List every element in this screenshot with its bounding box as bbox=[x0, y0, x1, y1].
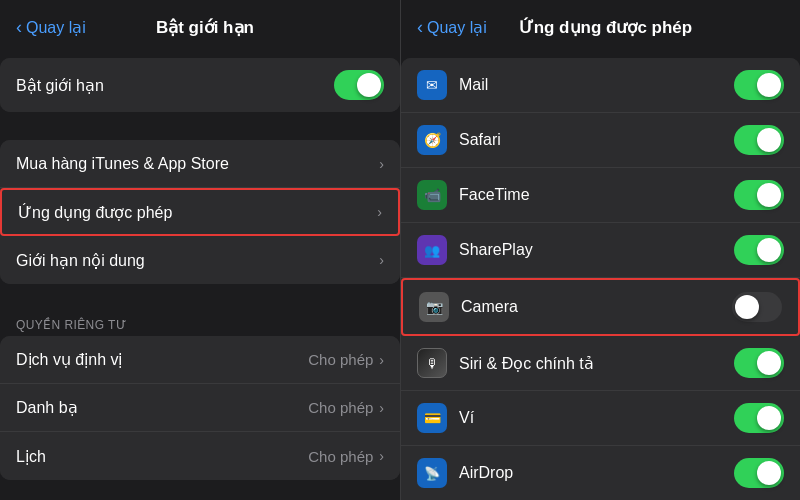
mail-item[interactable]: ✉ Mail bbox=[401, 58, 800, 113]
gioi-han-noi-dung-item[interactable]: Giới hạn nội dung › bbox=[0, 236, 400, 284]
siri-toggle[interactable] bbox=[734, 348, 784, 378]
lich-item[interactable]: Lịch Cho phép › bbox=[0, 432, 400, 480]
section-bat-gioi-han: Bật giới hạn bbox=[0, 58, 400, 112]
facetime-item[interactable]: 📹 FaceTime bbox=[401, 168, 800, 223]
dich-vu-dinh-vi-chevron-icon: › bbox=[379, 352, 384, 368]
lich-value: Cho phép bbox=[308, 448, 373, 465]
airdrop-toggle-knob bbox=[757, 461, 781, 485]
facetime-toggle[interactable] bbox=[734, 180, 784, 210]
bat-gioi-han-toggle-knob bbox=[357, 73, 381, 97]
safari-item[interactable]: 🧭 Safari bbox=[401, 113, 800, 168]
bat-gioi-han-toggle[interactable] bbox=[334, 70, 384, 100]
safari-toggle[interactable] bbox=[734, 125, 784, 155]
safari-label: Safari bbox=[459, 131, 734, 149]
wallet-icon: 💳 bbox=[417, 403, 447, 433]
left-header: ‹ Quay lại Bật giới hạn bbox=[0, 0, 400, 50]
safari-icon: 🧭 bbox=[417, 125, 447, 155]
wallet-toggle-knob bbox=[757, 406, 781, 430]
shareplay-toggle-knob bbox=[757, 238, 781, 262]
right-header: ‹ Quay lại Ứng dụng được phép bbox=[401, 0, 800, 50]
left-settings-list: Bật giới hạn Mua hàng iTunes & App Store… bbox=[0, 50, 400, 500]
divider-2 bbox=[0, 292, 400, 312]
ung-dung-duoc-phep-label: Ứng dụng được phép bbox=[18, 203, 377, 222]
safari-toggle-knob bbox=[757, 128, 781, 152]
camera-item[interactable]: 📷 Camera bbox=[401, 278, 800, 336]
right-back-chevron-icon: ‹ bbox=[417, 18, 423, 36]
divider-1 bbox=[0, 120, 400, 140]
shareplay-icon: 👥 bbox=[417, 235, 447, 265]
danh-ba-value: Cho phép bbox=[308, 399, 373, 416]
items-group-apps: ✉ Mail 🧭 Safari bbox=[401, 58, 800, 500]
mua-hang-chevron-icon: › bbox=[379, 156, 384, 172]
dich-vu-dinh-vi-item[interactable]: Dịch vụ định vị Cho phép › bbox=[0, 336, 400, 384]
gioi-han-noi-dung-chevron-icon: › bbox=[379, 252, 384, 268]
facetime-label: FaceTime bbox=[459, 186, 734, 204]
airdrop-label: AirDrop bbox=[459, 464, 734, 482]
lich-chevron-icon: › bbox=[379, 448, 384, 464]
siri-item[interactable]: 🎙 Siri & Đọc chính tả bbox=[401, 336, 800, 391]
shareplay-toggle[interactable] bbox=[734, 235, 784, 265]
items-group-middle: Mua hàng iTunes & App Store › Ứng dụng đ… bbox=[0, 140, 400, 284]
right-panel: ‹ Quay lại Ứng dụng được phép ✉ Mail bbox=[400, 0, 800, 500]
wallet-item[interactable]: 💳 Ví bbox=[401, 391, 800, 446]
mua-hang-item[interactable]: Mua hàng iTunes & App Store › bbox=[0, 140, 400, 188]
bat-gioi-han-label: Bật giới hạn bbox=[16, 76, 334, 95]
airdrop-item[interactable]: 📡 AirDrop bbox=[401, 446, 800, 500]
dich-vu-dinh-vi-value: Cho phép bbox=[308, 351, 373, 368]
left-panel: ‹ Quay lại Bật giới hạn Bật giới hạn Mua… bbox=[0, 0, 400, 500]
dich-vu-dinh-vi-label: Dịch vụ định vị bbox=[16, 350, 308, 369]
section-middle: Mua hàng iTunes & App Store › Ứng dụng đ… bbox=[0, 140, 400, 284]
mail-label: Mail bbox=[459, 76, 734, 94]
mua-hang-label: Mua hàng iTunes & App Store bbox=[16, 155, 379, 173]
danh-ba-chevron-icon: › bbox=[379, 400, 384, 416]
section-privacy: QUYỀN RIÊNG TƯ Dịch vụ định vị Cho phép … bbox=[0, 312, 400, 480]
gioi-han-noi-dung-label: Giới hạn nội dung bbox=[16, 251, 379, 270]
left-panel-title: Bật giới hạn bbox=[26, 17, 384, 38]
right-panel-title: Ứng dụng được phép bbox=[427, 17, 784, 38]
airdrop-toggle[interactable] bbox=[734, 458, 784, 488]
left-back-chevron-icon: ‹ bbox=[16, 18, 22, 36]
wallet-label: Ví bbox=[459, 409, 734, 427]
shareplay-label: SharePlay bbox=[459, 241, 734, 259]
items-group-privacy: Dịch vụ định vị Cho phép › Danh bạ Cho p… bbox=[0, 336, 400, 480]
bat-gioi-han-item[interactable]: Bật giới hạn bbox=[0, 58, 400, 112]
camera-toggle[interactable] bbox=[732, 292, 782, 322]
items-group-top: Bật giới hạn bbox=[0, 58, 400, 112]
mail-icon: ✉ bbox=[417, 70, 447, 100]
section-apps: ✉ Mail 🧭 Safari bbox=[401, 58, 800, 500]
siri-icon: 🎙 bbox=[417, 348, 447, 378]
siri-label: Siri & Đọc chính tả bbox=[459, 354, 734, 373]
camera-label: Camera bbox=[461, 298, 732, 316]
camera-toggle-knob bbox=[735, 295, 759, 319]
ung-dung-duoc-phep-item[interactable]: Ứng dụng được phép › bbox=[0, 188, 400, 236]
lich-label: Lịch bbox=[16, 447, 308, 466]
airdrop-icon: 📡 bbox=[417, 458, 447, 488]
facetime-toggle-knob bbox=[757, 183, 781, 207]
privacy-section-label: QUYỀN RIÊNG TƯ bbox=[0, 312, 400, 336]
mail-toggle-knob bbox=[757, 73, 781, 97]
danh-ba-item[interactable]: Danh bạ Cho phép › bbox=[0, 384, 400, 432]
danh-ba-label: Danh bạ bbox=[16, 398, 308, 417]
ung-dung-duoc-phep-chevron-icon: › bbox=[377, 204, 382, 220]
shareplay-item[interactable]: 👥 SharePlay bbox=[401, 223, 800, 278]
siri-toggle-knob bbox=[757, 351, 781, 375]
camera-icon: 📷 bbox=[419, 292, 449, 322]
right-settings-list: ✉ Mail 🧭 Safari bbox=[401, 50, 800, 500]
facetime-icon: 📹 bbox=[417, 180, 447, 210]
mail-toggle[interactable] bbox=[734, 70, 784, 100]
wallet-toggle[interactable] bbox=[734, 403, 784, 433]
